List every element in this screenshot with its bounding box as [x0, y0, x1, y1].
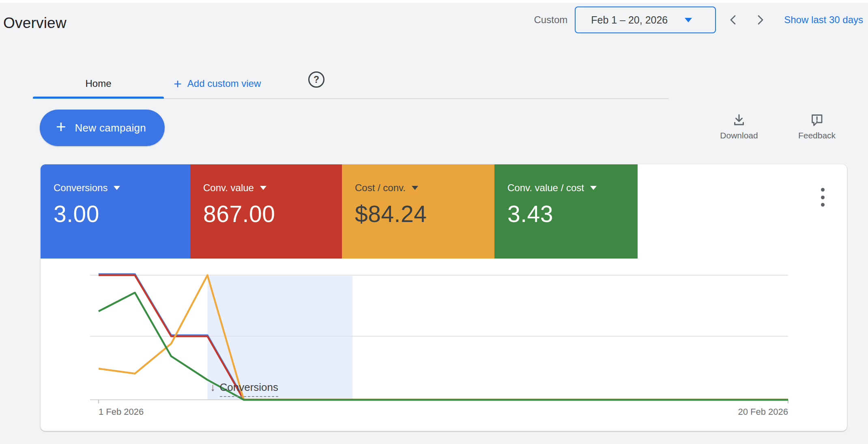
overview-summary-card: Conversions 3.00 Conv. value 867.00 Cost… — [41, 164, 847, 431]
vertical-dots-icon — [821, 196, 825, 199]
active-tab-underline — [33, 97, 164, 99]
dropdown-arrow-icon — [114, 186, 120, 190]
scorecard-conv-value[interactable]: Conv. value 867.00 — [190, 164, 342, 259]
chart-annotation-conversions-drop[interactable]: ↓ Conversions — [210, 381, 278, 397]
question-mark-icon: ? — [314, 74, 319, 85]
x-axis-end-label: 20 Feb 2026 — [738, 407, 788, 417]
show-last-30-days-link[interactable]: Show last 30 days — [784, 14, 863, 26]
metric-value: 3.00 — [54, 200, 190, 227]
metric-label: Cost / conv. — [355, 182, 406, 194]
date-toolbar: Custom Feb 1 – 20, 2026 Show last 30 day… — [534, 6, 863, 34]
add-custom-view-button[interactable]: + Add custom view — [174, 69, 261, 98]
add-custom-view-label: Add custom view — [187, 78, 261, 89]
download-icon — [732, 112, 746, 127]
next-period-button[interactable] — [751, 11, 769, 29]
chevron-right-icon — [754, 14, 766, 26]
new-campaign-button[interactable]: + New campaign — [40, 110, 165, 146]
dropdown-arrow-icon — [685, 18, 692, 22]
metric-selector[interactable]: Conv. value / cost — [507, 182, 638, 194]
date-mode-label: Custom — [534, 14, 568, 26]
chevron-left-icon — [727, 14, 739, 26]
scorecard-conv-value-per-cost[interactable]: Conv. value / cost 3.43 — [494, 164, 638, 259]
top-strip — [0, 0, 868, 3]
metric-label: Conversions — [54, 182, 107, 194]
metric-selector[interactable]: Cost / conv. — [355, 182, 494, 194]
feedback-icon — [810, 112, 824, 127]
plus-icon: + — [174, 77, 182, 91]
metric-selector[interactable]: Conv. value — [203, 182, 342, 194]
down-arrow-icon: ↓ — [210, 381, 216, 394]
download-label: Download — [720, 131, 758, 140]
new-campaign-label: New campaign — [75, 122, 146, 134]
dropdown-arrow-icon — [412, 186, 418, 190]
previous-period-button[interactable] — [724, 11, 743, 29]
scorecard-conversions[interactable]: Conversions 3.00 — [41, 164, 190, 259]
dropdown-arrow-icon — [590, 186, 597, 190]
annotation-label[interactable]: Conversions — [220, 381, 279, 397]
vertical-dots-icon — [821, 188, 825, 192]
tab-home[interactable]: Home — [33, 69, 164, 98]
date-range-selector[interactable]: Feb 1 – 20, 2026 — [575, 6, 716, 33]
date-range-value: Feb 1 – 20, 2026 — [591, 14, 668, 26]
page-title: Overview — [3, 15, 67, 32]
feedback-label: Feedback — [798, 131, 836, 140]
vertical-dots-icon — [821, 203, 825, 207]
metric-selector[interactable]: Conversions — [54, 182, 190, 194]
download-button[interactable]: Download — [711, 112, 767, 140]
help-button[interactable]: ? — [308, 71, 324, 88]
dropdown-arrow-icon — [260, 186, 266, 190]
scorecard-cost-per-conv[interactable]: Cost / conv. $84.24 — [342, 164, 494, 259]
x-axis-start-label: 1 Feb 2026 — [99, 407, 144, 417]
metric-value: 3.43 — [507, 200, 638, 227]
metric-value: 867.00 — [203, 200, 342, 227]
card-overflow-menu-button[interactable] — [814, 188, 831, 207]
feedback-button[interactable]: Feedback — [789, 112, 845, 140]
tab-home-label: Home — [85, 78, 111, 89]
metric-label: Conv. value / cost — [507, 182, 584, 194]
metric-value: $84.24 — [355, 200, 494, 227]
metric-label: Conv. value — [203, 182, 254, 194]
plus-icon: + — [56, 119, 66, 136]
